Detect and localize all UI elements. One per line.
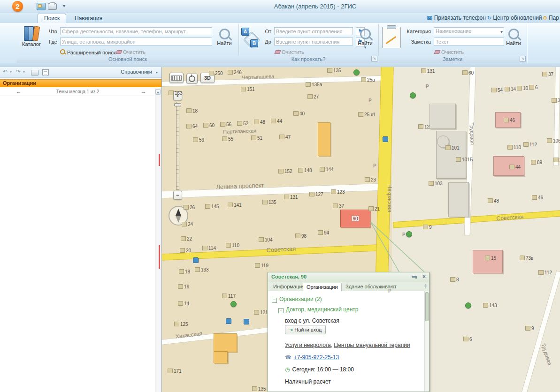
map-canvas[interactable]: 90 3D + −	[162, 67, 560, 392]
rotate-view-button[interactable]	[186, 74, 198, 83]
route-from-input[interactable]	[274, 27, 353, 35]
ruler-icon	[171, 75, 182, 81]
organization-row[interactable]: Доктор, медицинский центр	[278, 306, 358, 313]
zoom-slider-track[interactable]	[176, 102, 179, 190]
where-input[interactable]	[60, 38, 212, 45]
redo-dropdown-icon[interactable]: ▾	[23, 70, 25, 74]
app-window: 2 ▾ Абакан (апрель 2015) - 2ГИС Поиск На…	[0, 0, 560, 392]
clear-search-link[interactable]: Очистить	[116, 49, 146, 55]
notes-dialog-launcher-icon[interactable]: ↘	[520, 56, 526, 62]
category-select[interactable]: Наименование ▾	[434, 27, 504, 35]
window-title: Абакан (апрель 2015) - 2ГИС	[0, 3, 560, 10]
organizations-group-row[interactable]: Организации (2)	[272, 296, 322, 303]
sidebar-scrollbar[interactable]: ▲	[155, 88, 161, 392]
clear-route-link[interactable]: Очистить	[275, 49, 304, 55]
notes-clipboard-icon	[382, 27, 401, 48]
street-label: Трудовая	[469, 122, 476, 145]
link-update-center[interactable]: ↻Центр обновлений	[487, 15, 542, 21]
building-label: 133	[195, 267, 209, 272]
balloon-header[interactable]: Советская, 90 ×	[268, 272, 429, 282]
building-footprint-icon	[254, 120, 259, 124]
transit-stop-icon	[244, 319, 249, 324]
building-footprint-icon	[553, 158, 559, 162]
building-label: 135	[327, 68, 341, 73]
pager-next-icon[interactable]: →	[141, 89, 146, 94]
building-label: 9	[423, 225, 432, 230]
note-input[interactable]	[434, 38, 504, 45]
building-label: 46	[504, 118, 515, 123]
building-footprint-icon	[222, 294, 227, 298]
tab-navigation[interactable]: Навигация	[69, 14, 108, 23]
building-label: 40	[293, 111, 305, 116]
building-label: 141	[228, 203, 242, 208]
zoom-out-button[interactable]: −	[173, 191, 182, 200]
building-label: 121	[254, 310, 268, 315]
measure-tool-button[interactable]	[169, 73, 184, 83]
rubric-link-neurologist[interactable]: Услуги невролога	[285, 342, 331, 348]
building-label: 119	[255, 263, 268, 268]
tab-search[interactable]: Поиск	[38, 14, 66, 23]
building-label: 24	[182, 222, 193, 227]
find-notes-button[interactable]: Найти	[502, 25, 525, 54]
pin-icon[interactable]	[412, 274, 418, 280]
find-entrance-button[interactable]: ⇥Найти вход	[285, 325, 326, 334]
close-icon[interactable]: ×	[422, 273, 426, 280]
print-page-icon[interactable]	[31, 70, 38, 75]
building-footprint-icon	[368, 206, 374, 211]
building-footprint-icon	[517, 86, 522, 90]
collapse-icon[interactable]	[272, 298, 277, 303]
balloon-resize-icon[interactable]: ⇕	[423, 284, 427, 288]
find-button[interactable]: Найти	[213, 25, 236, 54]
building-label: 25а	[361, 77, 375, 83]
parking-label: P	[426, 84, 429, 89]
undo-dropdown-icon[interactable]: ▾	[10, 70, 12, 74]
building-label: 151	[241, 87, 255, 92]
redo-icon[interactable]: ↷	[16, 68, 21, 75]
route-to-input[interactable]	[274, 38, 353, 45]
building-label: 143	[483, 303, 497, 308]
link-bind-phone[interactable]: ☎Привязать телефон	[426, 15, 486, 21]
building-label: 54	[491, 88, 503, 93]
zoom-slider-handle[interactable]	[174, 103, 181, 106]
content-area: ↶ ▾ ↷ ▾ Справочники ▾ Организации ← Темы…	[0, 67, 560, 392]
building-footprint-icon	[184, 205, 189, 210]
balloon-scroll-thumb[interactable]	[425, 292, 429, 321]
directories-caret-icon[interactable]: ▾	[156, 70, 158, 75]
building-footprint-icon	[505, 87, 510, 91]
building-footprint-icon	[445, 145, 451, 150]
find-route-button[interactable]: Найти ▾	[354, 25, 376, 54]
building-footprint-icon	[179, 269, 184, 274]
building-footprint-icon	[181, 236, 186, 241]
building-label: 145	[205, 204, 219, 209]
phone-link[interactable]: +7-905-972-25-13	[294, 354, 339, 361]
what-input[interactable]	[60, 27, 212, 35]
building-label: 25 к1	[358, 112, 376, 117]
clear-notes-link[interactable]: Очистить	[435, 49, 464, 55]
undo-icon[interactable]: ↶	[3, 68, 8, 75]
scroll-marker	[159, 245, 160, 269]
building-gray	[430, 104, 456, 129]
category-label: Категория	[403, 29, 431, 34]
building-gray	[448, 182, 469, 217]
balloon-scrollbar[interactable]	[424, 291, 429, 392]
balloon-tab-organizations[interactable]: Организации	[303, 283, 342, 292]
directories-dropdown[interactable]: Справочники	[121, 69, 152, 75]
selected-building[interactable]: 90	[340, 210, 370, 227]
schedule-text[interactable]: Сегодня: 16:00 — 18:00	[292, 366, 353, 373]
rubric-link-manual-therapy[interactable]: Центры мануальной терапии	[334, 342, 410, 348]
find-route-dropdown-icon[interactable]: ▾	[354, 46, 376, 49]
building-footprint-icon	[509, 165, 514, 169]
scroll-up-icon[interactable]: ▲	[155, 89, 161, 95]
link-settings[interactable]: ⚙Пар	[543, 15, 559, 21]
catalog-label: Каталог	[19, 41, 44, 47]
catalog-button[interactable]: Каталог	[19, 25, 44, 54]
building-label: 21	[368, 206, 380, 211]
advanced-search-link[interactable]: Расширенный поиск	[60, 49, 116, 55]
building-label: 47	[279, 135, 291, 140]
enter-icon: ⇥	[288, 327, 292, 332]
route-dialog-launcher-icon[interactable]: ↘	[371, 56, 377, 62]
pages-icon[interactable]	[42, 69, 49, 75]
collapse-icon[interactable]	[278, 308, 284, 313]
building-footprint-icon	[295, 234, 300, 238]
building-orange	[318, 122, 330, 156]
